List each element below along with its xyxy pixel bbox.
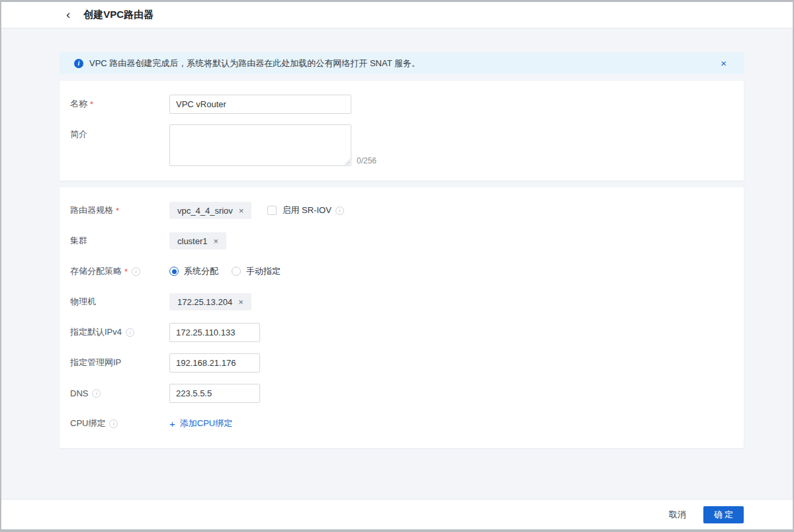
required-asterisk: *	[124, 267, 128, 277]
router-spec-control: vpc_4_4_sriov × 启用 SR-IOV i	[169, 202, 344, 219]
tag-close-icon[interactable]: ×	[239, 206, 244, 215]
router-spec-label: 路由器规格 *	[70, 204, 169, 216]
storage-policy-label: 存储分配策略 * i	[70, 265, 169, 277]
page-footer: 取消 确定	[1, 499, 793, 529]
cpu-binding-info-icon[interactable]: i	[109, 420, 118, 428]
banner-close-icon[interactable]: ×	[721, 58, 727, 68]
sriov-checkbox[interactable]	[267, 206, 277, 215]
physical-machine-tag[interactable]: 172.25.13.204 ×	[169, 293, 251, 310]
radio-system-allocate[interactable]: 系统分配	[169, 265, 218, 277]
name-input[interactable]	[169, 95, 351, 114]
char-counter: 0/256	[357, 156, 376, 166]
router-spec-tag[interactable]: vpc_4_4_sriov ×	[169, 202, 251, 219]
dns-row: DNS i	[70, 383, 733, 403]
add-cpu-binding-link[interactable]: + 添加CPU绑定	[169, 418, 232, 429]
page-header: ‹ 创建VPC路由器	[1, 2, 793, 28]
confirm-button[interactable]: 确定	[703, 506, 744, 523]
radio-checked-icon	[169, 267, 179, 276]
storage-policy-info-icon[interactable]: i	[132, 267, 140, 276]
dns-input[interactable]	[169, 384, 260, 403]
physical-machine-label-text: 物理机	[70, 296, 96, 308]
router-spec-row: 路由器规格 * vpc_4_4_sriov × 启用 SR-IOV i	[70, 200, 733, 220]
banner-text: VPC 路由器创建完成后，系统将默认为路由器在此处加载的公有网络打开 SNAT …	[89, 58, 420, 69]
default-ipv4-input[interactable]	[169, 323, 260, 342]
cluster-row: 集群 cluster1 ×	[70, 231, 733, 251]
radio-manual-specify[interactable]: 手动指定	[232, 265, 281, 277]
cpu-binding-control: + 添加CPU绑定	[169, 418, 232, 429]
default-ipv4-label-text: 指定默认IPv4	[70, 326, 122, 338]
default-ipv4-info-icon[interactable]: i	[126, 328, 134, 337]
default-ipv4-label: 指定默认IPv4 i	[70, 326, 169, 338]
description-label-text: 简介	[70, 128, 87, 140]
radio-manual-label: 手动指定	[246, 265, 281, 277]
dns-label: DNS i	[70, 388, 169, 398]
dns-label-text: DNS	[70, 388, 88, 398]
default-ipv4-row: 指定默认IPv4 i	[70, 322, 733, 342]
storage-policy-row: 存储分配策略 * i 系统分配 手动指定	[70, 261, 733, 281]
name-row: 名称 *	[70, 94, 733, 114]
sriov-checkbox-label: 启用 SR-IOV	[282, 204, 331, 216]
mgmt-ip-label: 指定管理网IP	[70, 357, 169, 369]
plus-icon: +	[169, 419, 175, 429]
description-control: 0/256	[169, 124, 376, 166]
cpu-binding-label: CPU绑定 i	[70, 418, 169, 429]
cluster-tag[interactable]: cluster1 ×	[169, 232, 226, 249]
physical-machine-row: 物理机 172.25.13.204 ×	[70, 292, 733, 312]
info-banner: i VPC 路由器创建完成后，系统将默认为路由器在此处加载的公有网络打开 SNA…	[60, 52, 744, 74]
router-spec-tag-text: vpc_4_4_sriov	[177, 206, 233, 216]
cluster-control: cluster1 ×	[169, 232, 226, 249]
name-control	[169, 95, 351, 114]
dns-control	[169, 384, 260, 403]
description-row: 简介 0/256	[70, 124, 733, 166]
cpu-binding-row: CPU绑定 i + 添加CPU绑定	[70, 414, 733, 433]
storage-policy-options: 系统分配 手动指定	[169, 265, 281, 277]
name-label-text: 名称	[70, 98, 87, 110]
info-icon: i	[74, 59, 83, 68]
name-label: 名称 *	[70, 98, 169, 110]
required-asterisk: *	[90, 99, 93, 109]
radio-system-label: 系统分配	[184, 265, 218, 277]
mgmt-ip-control	[169, 353, 260, 373]
description-label: 简介	[70, 124, 169, 140]
router-spec-label-text: 路由器规格	[70, 204, 113, 216]
sriov-info-icon[interactable]: i	[335, 206, 344, 215]
storage-policy-label-text: 存储分配策略	[70, 265, 122, 277]
mgmt-ip-label-text: 指定管理网IP	[70, 357, 121, 369]
mgmt-ip-row: 指定管理网IP	[70, 353, 733, 373]
tag-close-icon[interactable]: ×	[238, 298, 243, 306]
required-asterisk: *	[116, 206, 119, 216]
config-card: 路由器规格 * vpc_4_4_sriov × 启用 SR-IOV i 集群 c…	[60, 187, 744, 448]
dns-info-icon[interactable]: i	[92, 389, 101, 398]
physical-machine-control: 172.25.13.204 ×	[169, 293, 251, 310]
back-icon[interactable]: ‹	[66, 8, 70, 21]
mgmt-ip-input[interactable]	[169, 353, 260, 373]
add-cpu-binding-label: 添加CPU绑定	[180, 418, 232, 429]
cluster-label-text: 集群	[70, 235, 87, 247]
tag-close-icon[interactable]: ×	[214, 237, 219, 245]
physical-machine-tag-text: 172.25.13.204	[177, 297, 232, 307]
radio-unchecked-icon	[232, 267, 241, 276]
page-content: i VPC 路由器创建完成后，系统将默认为路由器在此处加载的公有网络打开 SNA…	[1, 28, 793, 448]
cancel-button[interactable]: 取消	[669, 509, 686, 521]
default-ipv4-control	[169, 323, 260, 342]
basic-info-card: 名称 * 简介 0/256	[60, 81, 744, 181]
page-title: 创建VPC路由器	[83, 9, 154, 21]
cluster-tag-text: cluster1	[177, 236, 208, 246]
cpu-binding-label-text: CPU绑定	[70, 418, 105, 429]
physical-machine-label: 物理机	[70, 296, 169, 308]
description-textarea[interactable]	[169, 124, 351, 166]
cluster-label: 集群	[70, 235, 169, 247]
